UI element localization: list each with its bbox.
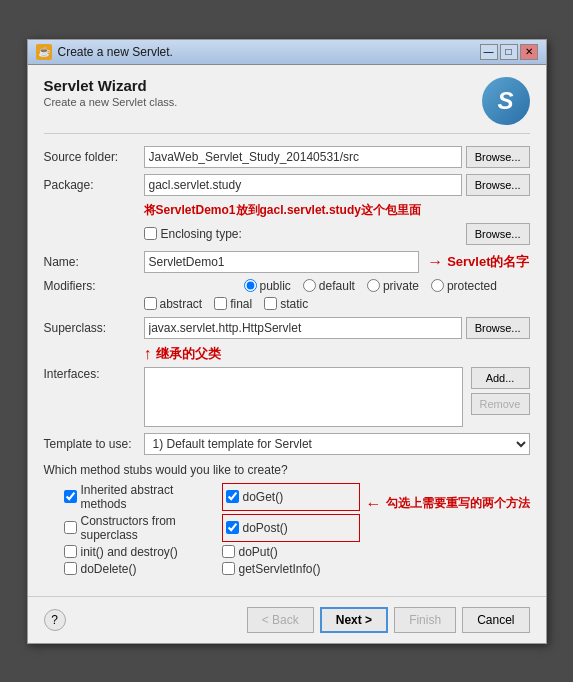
modifier-abstract[interactable]: abstract xyxy=(144,297,203,311)
dialog-title: Create a new Servlet. xyxy=(58,45,173,59)
name-input[interactable] xyxy=(144,251,420,273)
source-folder-row: Source folder: Browse... xyxy=(44,146,530,168)
source-folder-label: Source folder: xyxy=(44,150,144,164)
interfaces-remove-button[interactable]: Remove xyxy=(471,393,530,415)
stub-constructors-label: Constructors from superclass xyxy=(81,514,202,542)
modifier-final[interactable]: final xyxy=(214,297,252,311)
enclosing-type-checkbox[interactable] xyxy=(144,227,157,240)
footer-buttons: < Back Next > Finish Cancel xyxy=(247,607,530,633)
modifier-protected-radio[interactable] xyxy=(431,279,444,292)
stubs-annotation-block: ← 勾选上需要重写的两个方法 xyxy=(366,495,530,513)
interfaces-add-button[interactable]: Add... xyxy=(471,367,530,389)
finish-button[interactable]: Finish xyxy=(394,607,456,633)
superclass-browse-button[interactable]: Browse... xyxy=(466,317,530,339)
stub-doget-checkbox[interactable] xyxy=(226,490,239,503)
stubs-annotation-text: 勾选上需要重写的两个方法 xyxy=(386,496,530,512)
superclass-input[interactable] xyxy=(144,317,462,339)
stub-dodelete-label: doDelete() xyxy=(81,562,137,576)
back-button[interactable]: < Back xyxy=(247,607,314,633)
wizard-subtitle: Create a new Servlet class. xyxy=(44,96,178,108)
modifier-private-label: private xyxy=(383,279,419,293)
modifier-static-label: static xyxy=(280,297,308,311)
stub-init-destroy-checkbox[interactable] xyxy=(64,545,77,558)
stub-doget-label: doGet() xyxy=(243,490,284,504)
stub-dodelete-checkbox[interactable] xyxy=(64,562,77,575)
close-button[interactable]: ✕ xyxy=(520,44,538,60)
modifier-public[interactable]: public xyxy=(244,279,291,293)
enclosing-type-row: Enclosing type: Browse... xyxy=(44,223,530,245)
title-bar-left: ☕ Create a new Servlet. xyxy=(36,44,173,60)
modifiers-label: Modifiers: xyxy=(44,279,144,293)
template-row: Template to use: 1) Default template for… xyxy=(44,433,530,455)
modifier-public-label: public xyxy=(260,279,291,293)
stub-constructors[interactable]: Constructors from superclass xyxy=(64,514,202,542)
enclosing-type-browse-button[interactable]: Browse... xyxy=(466,223,530,245)
stubs-title: Which method stubs would you like to cre… xyxy=(44,463,530,477)
package-annotation-text: 将ServletDemo1放到gacl.servlet.study这个包里面 xyxy=(144,203,421,217)
interfaces-row: Interfaces: Add... Remove xyxy=(44,367,530,427)
enclosing-type-text: Enclosing type: xyxy=(161,227,242,241)
title-buttons: — □ ✕ xyxy=(480,44,538,60)
modifier-default-label: default xyxy=(319,279,355,293)
dialog-footer: ? < Back Next > Finish Cancel xyxy=(28,596,546,643)
stub-inherited-abstract-checkbox[interactable] xyxy=(64,490,77,503)
superclass-label: Superclass: xyxy=(44,321,144,335)
dialog: ☕ Create a new Servlet. — □ ✕ Servlet Wi… xyxy=(27,39,547,644)
stub-getservletinfo[interactable]: getServletInfo() xyxy=(222,562,360,576)
next-button[interactable]: Next > xyxy=(320,607,388,633)
source-folder-input[interactable] xyxy=(144,146,462,168)
modifier-final-checkbox[interactable] xyxy=(214,297,227,310)
stub-dopost-label: doPost() xyxy=(243,521,288,535)
stub-dodelete[interactable]: doDelete() xyxy=(64,562,202,576)
stub-dopost[interactable]: doPost() xyxy=(222,514,360,542)
modifier-abstract-checkbox[interactable] xyxy=(144,297,157,310)
superclass-row: Superclass: Browse... xyxy=(44,317,530,339)
stub-getservletinfo-label: getServletInfo() xyxy=(239,562,321,576)
modifier-final-label: final xyxy=(230,297,252,311)
modifiers-row: Modifiers: public default private protec… xyxy=(44,279,530,293)
package-annotation-row: 将ServletDemo1放到gacl.servlet.study这个包里面 xyxy=(144,202,530,219)
modifiers-options: public default private protected xyxy=(244,279,497,293)
stub-doget[interactable]: doGet() xyxy=(222,483,360,511)
stub-dopost-checkbox[interactable] xyxy=(226,521,239,534)
enclosing-type-label[interactable]: Enclosing type: xyxy=(144,227,242,241)
source-folder-browse-button[interactable]: Browse... xyxy=(466,146,530,168)
modifier-protected[interactable]: protected xyxy=(431,279,497,293)
modifier-abstract-label: abstract xyxy=(160,297,203,311)
modifier-static-checkbox[interactable] xyxy=(264,297,277,310)
stubs-section: Which method stubs would you like to cre… xyxy=(44,463,530,576)
modifier-default[interactable]: default xyxy=(303,279,355,293)
minimize-button[interactable]: — xyxy=(480,44,498,60)
wizard-header-text: Servlet Wizard Create a new Servlet clas… xyxy=(44,77,178,108)
package-row: Package: Browse... xyxy=(44,174,530,196)
stubs-arrow-icon: ← xyxy=(366,495,382,513)
stub-doput-checkbox[interactable] xyxy=(222,545,235,558)
dialog-icon: ☕ xyxy=(36,44,52,60)
package-input[interactable] xyxy=(144,174,462,196)
stub-inherited-abstract[interactable]: Inherited abstract methods xyxy=(64,483,202,511)
modifier-private[interactable]: private xyxy=(367,279,419,293)
stubs-content: Inherited abstract methods doGet() Const… xyxy=(44,483,530,576)
superclass-section: Superclass: Browse... ↑ 继承的父类 xyxy=(44,317,530,363)
package-label: Package: xyxy=(44,178,144,192)
stub-constructors-checkbox[interactable] xyxy=(64,521,77,534)
stub-init-destroy[interactable]: init() and destroy() xyxy=(64,545,202,559)
name-annotation-text: Servlet的名字 xyxy=(447,253,529,271)
template-select[interactable]: 1) Default template for Servlet xyxy=(144,433,530,455)
modifier-public-radio[interactable] xyxy=(244,279,257,292)
cancel-button[interactable]: Cancel xyxy=(462,607,529,633)
interfaces-box xyxy=(144,367,463,427)
maximize-button[interactable]: □ xyxy=(500,44,518,60)
modifier-static[interactable]: static xyxy=(264,297,308,311)
modifier-default-radio[interactable] xyxy=(303,279,316,292)
name-label: Name: xyxy=(44,255,144,269)
stub-getservletinfo-checkbox[interactable] xyxy=(222,562,235,575)
interfaces-buttons: Add... Remove xyxy=(467,367,530,415)
modifier-private-radio[interactable] xyxy=(367,279,380,292)
package-browse-button[interactable]: Browse... xyxy=(466,174,530,196)
title-bar: ☕ Create a new Servlet. — □ ✕ xyxy=(28,40,546,65)
help-button[interactable]: ? xyxy=(44,609,66,631)
stub-doput[interactable]: doPut() xyxy=(222,545,360,559)
wizard-logo: S xyxy=(482,77,530,125)
superclass-annotation-text: 继承的父类 xyxy=(156,345,221,363)
